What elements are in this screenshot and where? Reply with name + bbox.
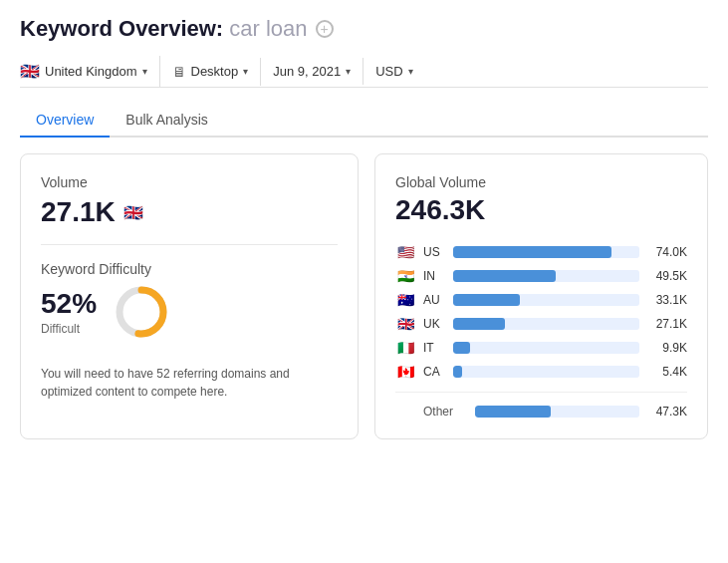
global-volume-value: 246.3K	[395, 194, 687, 226]
other-row: Other 47.3K	[395, 405, 687, 419]
right-card: Global Volume 246.3K 🇺🇸 US 74.0K 🇮🇳 IN 4…	[374, 153, 708, 439]
difficulty-value-block: 52% Difficult	[41, 288, 97, 336]
page-header: Keyword Overview: car loan +	[20, 16, 708, 42]
country-code: US	[423, 245, 445, 259]
country-row: 🇦🇺 AU 33.1K	[395, 292, 687, 308]
difficulty-sublabel: Difficult	[41, 322, 97, 336]
bar-track	[453, 294, 639, 306]
country-row: 🇬🇧 UK 27.1K	[395, 316, 687, 332]
bar-track	[453, 366, 639, 378]
other-bar-track	[475, 406, 639, 418]
date-filter[interactable]: Jun 9, 2021 ▾	[261, 58, 364, 85]
country-flag-icon: 🇮🇹	[395, 340, 415, 356]
difficulty-value: 52%	[41, 288, 97, 320]
difficulty-donut-chart	[113, 283, 170, 341]
volume-label: Volume	[41, 174, 338, 190]
country-row: 🇮🇹 IT 9.9K	[395, 340, 687, 356]
volume-flag-icon: 🇬🇧	[123, 203, 143, 222]
device-label: Desktop	[191, 64, 239, 79]
desktop-icon: 🖥	[172, 64, 186, 80]
other-value: 47.3K	[647, 405, 687, 419]
bar-fill	[453, 270, 556, 282]
volume-section: Volume 27.1K 🇬🇧	[41, 174, 338, 245]
bar-fill	[453, 366, 462, 378]
other-bar-fill	[475, 406, 551, 418]
country-code: IT	[423, 341, 445, 355]
country-flag-icon: 🇨🇦	[395, 364, 415, 380]
country-flag-icon: 🇬🇧	[395, 316, 415, 332]
difficulty-section: Keyword Difficulty 52% Difficult	[41, 261, 338, 341]
left-card: Volume 27.1K 🇬🇧 Keyword Difficulty 52% D…	[20, 153, 359, 439]
difficulty-label: Keyword Difficulty	[41, 261, 338, 277]
country-code: IN	[423, 269, 445, 283]
country-code: CA	[423, 365, 445, 379]
country-flag-icon: 🇺🇸	[395, 244, 415, 260]
donut-svg	[113, 283, 170, 341]
date-chevron-icon: ▾	[346, 66, 351, 77]
cards-row: Volume 27.1K 🇬🇧 Keyword Difficulty 52% D…	[20, 153, 708, 439]
global-volume-label: Global Volume	[395, 174, 687, 190]
currency-label: USD	[375, 64, 402, 79]
keyword-text: car loan	[229, 16, 307, 41]
country-code: UK	[423, 317, 445, 331]
divider	[395, 392, 687, 393]
page-wrapper: Keyword Overview: car loan + 🇬🇧 United K…	[0, 0, 728, 455]
bar-fill	[453, 318, 505, 330]
tab-overview[interactable]: Overview	[20, 104, 110, 138]
device-chevron-icon: ▾	[243, 66, 248, 77]
country-row: 🇮🇳 IN 49.5K	[395, 268, 687, 284]
currency-filter[interactable]: USD ▾	[364, 58, 424, 85]
country-chevron-icon: ▾	[142, 66, 147, 77]
country-row: 🇨🇦 CA 5.4K	[395, 364, 687, 380]
country-list: 🇺🇸 US 74.0K 🇮🇳 IN 49.5K 🇦🇺 AU 33.1K 🇬🇧 U…	[395, 244, 687, 419]
country-label: United Kingdom	[45, 64, 137, 79]
tabs-bar: Overview Bulk Analysis	[20, 104, 708, 138]
bar-fill	[453, 342, 470, 354]
country-value: 9.9K	[647, 341, 687, 355]
country-value: 27.1K	[647, 317, 687, 331]
country-value: 5.4K	[647, 365, 687, 379]
page-title: Keyword Overview: car loan	[20, 16, 308, 42]
country-code: AU	[423, 293, 445, 307]
add-keyword-button[interactable]: +	[316, 20, 334, 38]
bar-fill	[453, 294, 520, 306]
volume-value: 27.1K 🇬🇧	[41, 196, 338, 228]
other-label: Other	[423, 405, 467, 419]
currency-chevron-icon: ▾	[408, 66, 413, 77]
country-flag-icon: 🇮🇳	[395, 268, 415, 284]
country-flag: 🇬🇧	[20, 62, 40, 81]
country-value: 74.0K	[647, 245, 687, 259]
country-flag-icon: 🇦🇺	[395, 292, 415, 308]
difficulty-row: 52% Difficult	[41, 283, 338, 341]
tab-bulk-analysis[interactable]: Bulk Analysis	[110, 104, 223, 138]
bar-track	[453, 318, 639, 330]
bar-track	[453, 270, 639, 282]
date-label: Jun 9, 2021	[273, 64, 341, 79]
difficulty-description: You will need to have 52 referring domai…	[41, 365, 338, 401]
bar-fill	[453, 246, 611, 258]
country-value: 33.1K	[647, 293, 687, 307]
country-filter[interactable]: 🇬🇧 United Kingdom ▾	[20, 56, 160, 87]
bar-track	[453, 342, 639, 354]
country-value: 49.5K	[647, 269, 687, 283]
filters-bar: 🇬🇧 United Kingdom ▾ 🖥 Desktop ▾ Jun 9, 2…	[20, 56, 708, 88]
device-filter[interactable]: 🖥 Desktop ▾	[160, 58, 262, 86]
bar-track	[453, 246, 639, 258]
country-row: 🇺🇸 US 74.0K	[395, 244, 687, 260]
